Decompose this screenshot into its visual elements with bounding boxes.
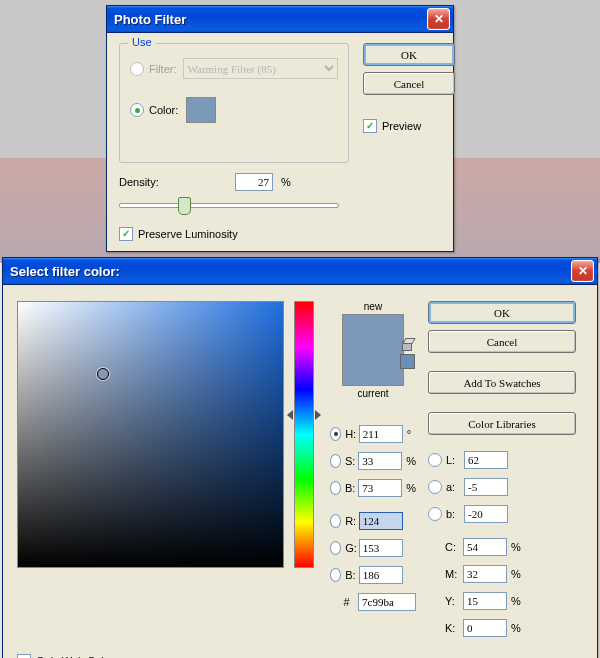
b2-label: B: <box>345 569 359 581</box>
color-picker-body: new current H:° S:% <box>3 285 597 658</box>
m-label: M: <box>445 568 463 580</box>
close-icon[interactable]: ✕ <box>571 260 594 282</box>
g-radio[interactable] <box>330 541 341 555</box>
picker-cancel-button[interactable]: Cancel <box>428 330 576 353</box>
m-input[interactable] <box>463 565 507 583</box>
gamut-warning-icon[interactable] <box>400 337 414 351</box>
close-icon[interactable]: ✕ <box>427 8 450 30</box>
ok-button[interactable]: OK <box>363 43 455 66</box>
lab-b-radio[interactable] <box>428 507 442 521</box>
sv-cursor[interactable] <box>97 368 109 380</box>
picker-ok-button[interactable]: OK <box>428 301 576 324</box>
new-current-swatch[interactable] <box>342 314 404 386</box>
current-label: current <box>357 388 388 399</box>
r-label: R: <box>345 515 359 527</box>
color-picker-dialog: Select filter color: ✕ new <box>2 257 598 658</box>
bb-label: B: <box>345 482 358 494</box>
filter-radio[interactable]: Filter: <box>130 62 177 76</box>
a-input[interactable] <box>464 478 508 496</box>
color-swatch[interactable] <box>186 97 216 123</box>
s-radio[interactable] <box>330 454 341 468</box>
bb-radio[interactable] <box>330 481 341 495</box>
r-input[interactable] <box>359 512 403 530</box>
h-input[interactable] <box>359 425 403 443</box>
g-label: G: <box>345 542 359 554</box>
photo-filter-title: Photo Filter <box>110 12 427 27</box>
new-label: new <box>364 301 382 312</box>
use-legend: Use <box>128 36 156 48</box>
filter-radio-label: Filter: <box>149 63 177 75</box>
lab-b-label: b: <box>446 508 464 520</box>
preserve-label: Preserve Luminosity <box>138 228 238 240</box>
density-unit: % <box>281 176 291 188</box>
bb-input[interactable] <box>358 479 402 497</box>
a-label: a: <box>446 481 464 493</box>
color-picker-title: Select filter color: <box>6 264 571 279</box>
b2-input[interactable] <box>359 566 403 584</box>
h-radio[interactable] <box>330 427 341 441</box>
add-to-swatches-button[interactable]: Add To Swatches <box>428 371 576 394</box>
a-radio[interactable] <box>428 480 442 494</box>
preview-label: Preview <box>382 120 421 132</box>
b2-radio[interactable] <box>330 568 341 582</box>
g-input[interactable] <box>359 539 403 557</box>
density-input[interactable] <box>235 173 273 191</box>
color-radio-label: Color: <box>149 104 178 116</box>
color-radio[interactable]: Color: <box>130 103 178 117</box>
only-web-colors-check[interactable]: ✓ Only Web Colors <box>17 654 119 658</box>
r-radio[interactable] <box>330 514 341 528</box>
h-label: H: <box>345 428 359 440</box>
lab-b-input[interactable] <box>464 505 508 523</box>
color-libraries-button[interactable]: Color Libraries <box>428 412 576 435</box>
s-input[interactable] <box>358 452 402 470</box>
preserve-luminosity-check[interactable]: ✓ Preserve Luminosity <box>119 227 238 241</box>
hue-bar[interactable] <box>294 301 314 568</box>
color-picker-titlebar[interactable]: Select filter color: ✕ <box>3 258 597 285</box>
photo-filter-body: Use Filter: Warming Filter (85) <box>107 33 453 251</box>
l-label: L: <box>446 454 464 466</box>
l-input[interactable] <box>464 451 508 469</box>
new-color <box>343 315 403 350</box>
preview-check[interactable]: ✓ Preview <box>363 119 421 133</box>
y-label: Y: <box>445 595 463 607</box>
k-label: K: <box>445 622 463 634</box>
use-fieldset: Use Filter: Warming Filter (85) <box>119 43 349 163</box>
web-safe-swatch[interactable] <box>400 354 415 369</box>
photo-filter-titlebar[interactable]: Photo Filter ✕ <box>107 6 453 33</box>
photo-filter-dialog: Photo Filter ✕ Use Filter: Warming Filte… <box>106 5 454 252</box>
saturation-value-field[interactable] <box>17 301 284 568</box>
hex-input[interactable] <box>358 593 416 611</box>
cancel-button[interactable]: Cancel <box>363 72 455 95</box>
l-radio[interactable] <box>428 453 442 467</box>
current-color <box>343 350 403 385</box>
y-input[interactable] <box>463 592 507 610</box>
c-input[interactable] <box>463 538 507 556</box>
k-input[interactable] <box>463 619 507 637</box>
hex-label: # <box>344 596 358 608</box>
s-label: S: <box>345 455 358 467</box>
density-label: Density: <box>119 176 227 188</box>
c-label: C: <box>445 541 463 553</box>
density-slider[interactable] <box>119 195 339 215</box>
filter-select: Warming Filter (85) <box>183 58 339 79</box>
